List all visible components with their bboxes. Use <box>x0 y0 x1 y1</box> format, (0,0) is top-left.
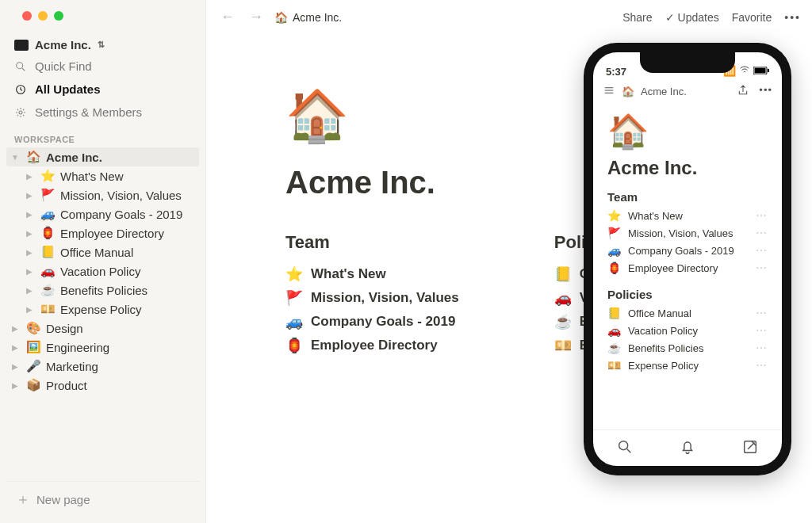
disclosure-triangle-icon[interactable]: ▶ <box>10 381 21 390</box>
sidebar-page-item[interactable]: ▶📒Office Manual <box>21 242 199 262</box>
page-emoji-icon: 💴 <box>40 302 56 316</box>
sidebar-page-item[interactable]: ▶🚩Mission, Vision, Values <box>21 185 199 204</box>
sidebar-page-item[interactable]: ▶🚗Vacation Policy <box>21 262 199 281</box>
favorite-button[interactable]: Favorite <box>732 11 772 24</box>
window-traffic-lights <box>22 11 63 21</box>
page-item-label: Office Manual <box>60 246 133 259</box>
phone-compose-tab[interactable] <box>741 438 759 459</box>
phone-page-link[interactable]: 🚩Mission, Vision, Values⋯ <box>607 224 768 242</box>
column-heading[interactable]: Team <box>285 232 459 253</box>
phone-page-link[interactable]: 🚙Company Goals - 2019⋯ <box>607 242 768 259</box>
all-updates-label: All Updates <box>35 82 101 96</box>
page-item-label: Expense Policy <box>60 303 142 316</box>
updates-button[interactable]: ✓ Updates <box>665 11 719 24</box>
phone-link-more-icon[interactable]: ⋯ <box>756 209 768 222</box>
sidebar-page-item[interactable]: ▶📦Product <box>6 376 199 395</box>
sidebar-page-item[interactable]: ▶🎨Design <box>6 319 199 338</box>
disclosure-triangle-icon[interactable]: ▶ <box>10 324 21 333</box>
page-link[interactable]: 🚙Company Goals - 2019 <box>285 310 459 334</box>
more-menu-button[interactable]: ••• <box>784 11 801 24</box>
nav-back-button[interactable]: ← <box>217 7 238 27</box>
phone-link-icon: 🚩 <box>607 227 622 239</box>
workspace-switcher[interactable]: Acme Inc. ⇅ <box>6 35 199 55</box>
phone-link-more-icon[interactable]: ⋯ <box>756 342 768 354</box>
phone-link-icon: 💴 <box>607 359 622 372</box>
phone-link-more-icon[interactable]: ⋯ <box>756 359 768 372</box>
phone-page-link[interactable]: ☕Benefits Policies⋯ <box>607 339 768 357</box>
disclosure-triangle-icon[interactable]: ▶ <box>24 248 35 257</box>
clock-icon <box>14 83 27 96</box>
svg-line-1 <box>22 68 25 71</box>
disclosure-triangle-icon[interactable]: ▶ <box>24 210 35 219</box>
phone-page-icon[interactable]: 🏠 <box>607 112 768 151</box>
page-link-label: Mission, Vision, Values <box>311 290 459 306</box>
phone-link-more-icon[interactable]: ⋯ <box>756 244 768 257</box>
phone-link-more-icon[interactable]: ⋯ <box>756 227 768 239</box>
share-icon[interactable] <box>737 84 749 99</box>
disclosure-triangle-icon[interactable]: ▶ <box>24 267 35 276</box>
nav-forward-button[interactable]: → <box>246 7 266 27</box>
phone-section-heading[interactable]: Team <box>607 190 768 204</box>
phone-page-link[interactable]: 📒Office Manual⋯ <box>607 304 768 322</box>
sidebar-page-item[interactable]: ▶🖼️Engineering <box>6 338 199 357</box>
disclosure-triangle-icon[interactable]: ▶ <box>24 305 35 314</box>
phone-breadcrumb[interactable]: Acme Inc. <box>641 86 687 97</box>
close-window-button[interactable] <box>22 11 32 21</box>
sidebar-page-item[interactable]: ▶⭐What's New <box>21 166 199 185</box>
page-link[interactable]: ⭐What's New <box>285 262 459 286</box>
plus-icon: ＋ <box>16 490 30 509</box>
page-link-label: Employee Directory <box>311 338 438 353</box>
sidebar-page-item[interactable]: ▼🏠Acme Inc. <box>6 147 199 166</box>
sidebar-page-item[interactable]: ▶💴Expense Policy <box>21 300 199 319</box>
settings-members[interactable]: Settings & Members <box>6 101 199 124</box>
disclosure-triangle-icon[interactable]: ▶ <box>10 362 21 371</box>
page-link[interactable]: 🚩Mission, Vision, Values <box>285 286 459 310</box>
page-item-label: Acme Inc. <box>46 151 102 164</box>
phone-notifications-tab[interactable] <box>679 438 696 459</box>
disclosure-triangle-icon[interactable]: ▶ <box>24 191 35 200</box>
disclosure-triangle-icon[interactable]: ▶ <box>24 286 35 295</box>
quick-find[interactable]: Quick Find <box>6 55 199 78</box>
sidebar-page-item[interactable]: ▶☕Benefits Policies <box>21 281 199 300</box>
phone-page-link[interactable]: 🏮Employee Directory⋯ <box>607 259 768 277</box>
phone-link-label: Vacation Policy <box>628 325 698 337</box>
page-link[interactable]: 🏮Employee Directory <box>285 334 459 357</box>
sidebar-page-item[interactable]: ▶🚙Company Goals - 2019 <box>21 204 199 223</box>
svg-line-11 <box>626 449 630 452</box>
phone-link-icon: ⭐ <box>607 209 622 222</box>
all-updates[interactable]: All Updates <box>6 78 199 101</box>
phone-more-icon[interactable]: ••• <box>759 84 772 99</box>
phone-page-title[interactable]: Acme Inc. <box>607 157 768 179</box>
phone-page-link[interactable]: 💴Expense Policy⋯ <box>607 357 768 374</box>
minimize-window-button[interactable] <box>38 11 48 21</box>
page-column: Team⭐What's New🚩Mission, Vision, Values🚙… <box>285 232 459 357</box>
zoom-window-button[interactable] <box>54 11 63 21</box>
breadcrumb[interactable]: 🏠 Acme Inc. <box>274 11 342 24</box>
phone-link-more-icon[interactable]: ⋯ <box>756 262 768 274</box>
sidebar-page-item[interactable]: ▶🎤Marketing <box>6 357 199 376</box>
disclosure-triangle-icon[interactable]: ▶ <box>24 229 35 238</box>
workspace-name: Acme Inc. <box>35 38 91 52</box>
phone-link-icon: 🚗 <box>607 324 622 337</box>
phone-link-label: Employee Directory <box>628 262 718 274</box>
disclosure-triangle-icon[interactable]: ▶ <box>10 343 21 352</box>
workspace-section-label: WORKSPACE <box>6 124 199 147</box>
page-link-icon: 📒 <box>554 265 572 283</box>
sidebar-page-item[interactable]: ▶🏮Employee Directory <box>21 223 199 242</box>
hamburger-icon[interactable] <box>603 84 615 99</box>
phone-link-more-icon[interactable]: ⋯ <box>756 324 768 337</box>
phone-link-more-icon[interactable]: ⋯ <box>756 307 768 319</box>
phone-page-link[interactable]: 🚗Vacation Policy⋯ <box>607 322 768 339</box>
phone-page-link[interactable]: ⭐What's New⋯ <box>607 207 768 224</box>
phone-link-label: Office Manual <box>628 307 691 319</box>
phone-search-tab[interactable] <box>616 438 634 459</box>
share-button[interactable]: Share <box>622 11 652 24</box>
phone-section-heading[interactable]: Policies <box>607 288 768 301</box>
phone-link-label: Benefits Policies <box>628 342 703 354</box>
phone-link-icon: 📒 <box>607 307 622 319</box>
disclosure-triangle-icon[interactable]: ▼ <box>10 153 21 162</box>
page-emoji-icon: ⭐ <box>40 169 56 183</box>
phone-notch <box>640 52 735 73</box>
disclosure-triangle-icon[interactable]: ▶ <box>24 172 35 181</box>
new-page-button[interactable]: ＋ New page <box>6 481 199 517</box>
